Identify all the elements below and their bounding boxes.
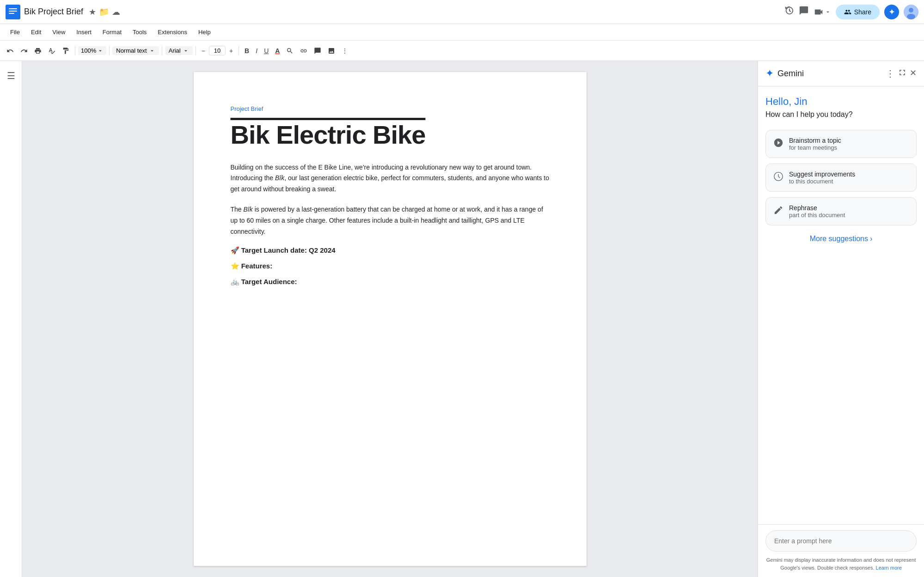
menu-view[interactable]: View <box>48 27 70 37</box>
doc-features: ⭐ Features: <box>231 262 550 270</box>
main-area: ☰ Project Brief Bik Electric Bike Buildi… <box>0 61 924 577</box>
gemini-disclaimer: Gemini may display inaccurate informatio… <box>765 556 917 571</box>
text-color-button[interactable]: A <box>272 45 282 56</box>
meet-icon[interactable] <box>814 7 831 17</box>
font-label: Arial <box>169 47 181 54</box>
doc-audience: 🚲 Target Audience: <box>231 278 550 286</box>
menu-help[interactable]: Help <box>194 27 215 37</box>
redo-button[interactable] <box>18 45 31 56</box>
image-button[interactable] <box>325 45 338 56</box>
zoom-label: 100% <box>81 47 96 54</box>
increase-font-button[interactable]: + <box>226 45 236 56</box>
link-button[interactable] <box>297 45 310 56</box>
menu-edit[interactable]: Edit <box>26 27 46 37</box>
hamburger-icon[interactable]: ☰ <box>3 67 19 85</box>
decrease-font-button[interactable]: − <box>199 45 208 56</box>
gemini-subtitle: How can I help you today? <box>765 110 917 119</box>
highlight-button[interactable] <box>283 45 296 56</box>
divider-4 <box>196 46 196 55</box>
svg-rect-3 <box>9 13 14 14</box>
document-page[interactable]: Project Brief Bik Electric Bike Building… <box>194 72 587 566</box>
gemini-body: Hello, Jin How can I help you today? Bra… <box>758 86 924 524</box>
title-bar: Bik Project Brief ★ 📁 ☁ Share ✦ <box>0 0 924 24</box>
cloud-icon[interactable]: ☁ <box>112 7 120 17</box>
divider-3 <box>162 46 162 55</box>
doc-paragraph-1: Building on the success of the E Bike Li… <box>231 162 550 195</box>
gemini-footer: Gemini may display inaccurate informatio… <box>758 524 924 577</box>
print-button[interactable] <box>31 45 44 56</box>
rephrase-icon <box>773 205 783 218</box>
rephrase-subtitle: part of this document <box>789 212 845 219</box>
style-selector[interactable]: Normal text <box>112 46 159 55</box>
prompt-input[interactable] <box>765 530 917 552</box>
underline-button[interactable]: U <box>261 45 271 56</box>
rephrase-title: Rephrase <box>789 204 845 212</box>
svg-point-6 <box>907 14 915 19</box>
spellcheck-button[interactable] <box>45 45 58 56</box>
menu-format[interactable]: Format <box>98 27 126 37</box>
divider-1 <box>75 46 75 55</box>
menu-tools[interactable]: Tools <box>128 27 151 37</box>
improvements-subtitle: to this document <box>789 178 855 185</box>
suggestion-rephrase[interactable]: Rephrase part of this document <box>765 197 917 225</box>
divider-2 <box>109 46 110 55</box>
svg-point-5 <box>909 8 913 12</box>
avatar[interactable] <box>904 5 918 19</box>
doc-title-text: Bik Electric Bike <box>231 120 426 149</box>
undo-button[interactable] <box>4 45 17 56</box>
more-options-button[interactable]: ⋮ <box>339 45 351 56</box>
comment-button[interactable] <box>311 45 324 56</box>
improvements-title: Suggest improvements <box>789 170 855 178</box>
svg-rect-0 <box>6 5 20 19</box>
menu-insert[interactable]: Insert <box>72 27 96 37</box>
gemini-logo: ✦ <box>765 67 774 79</box>
gemini-menu-icon[interactable]: ⋮ <box>886 68 895 79</box>
doc-launch: 🚀 Target Launch date: Q2 2024 <box>231 246 550 255</box>
menu-extensions[interactable]: Extensions <box>153 27 192 37</box>
suggestion-improvements[interactable]: Suggest improvements to this document <box>765 164 917 192</box>
decrease-font-icon: − <box>202 47 205 55</box>
more-suggestions-label: More suggestions <box>810 235 868 243</box>
doc-title: Bik Electric Bike <box>231 121 550 149</box>
history-icon[interactable] <box>784 6 794 18</box>
sidebar: ☰ <box>0 61 22 577</box>
brainstorm-subtitle: for team meetings <box>789 144 841 151</box>
gemini-button[interactable]: ✦ <box>884 5 899 19</box>
zoom-control[interactable]: 100% <box>78 46 106 55</box>
gemini-panel: ✦ Gemini ⋮ ✕ Hello, Jin How can I help y… <box>758 61 924 577</box>
folder-icon[interactable]: 📁 <box>99 7 109 17</box>
font-size-input[interactable] <box>209 46 226 55</box>
style-label: Normal text <box>116 47 147 54</box>
star-icon[interactable]: ★ <box>89 7 96 17</box>
toolbar: 100% Normal text Arial − + B I U A ⋮ <box>0 41 924 61</box>
document-area: Project Brief Bik Electric Bike Building… <box>22 61 758 577</box>
gemini-header-icons: ⋮ ✕ <box>886 68 917 79</box>
menu-bar: File Edit View Insert Format Tools Exten… <box>0 24 924 41</box>
header-right: Share ✦ <box>784 5 918 19</box>
svg-rect-2 <box>9 11 17 12</box>
divider-5 <box>239 46 239 55</box>
doc-paragraph-2: The Bīk is powered by a last-generation … <box>231 204 550 237</box>
gemini-close-icon[interactable]: ✕ <box>910 68 917 79</box>
share-label: Share <box>854 8 871 16</box>
bold-button[interactable]: B <box>242 45 252 56</box>
comment-icon[interactable] <box>799 6 809 18</box>
paint-format-button[interactable] <box>59 45 72 56</box>
doc-title-icons: ★ 📁 ☁ <box>89 7 120 17</box>
suggestion-brainstorm[interactable]: Brainstorm a topic for team meetings <box>765 130 917 158</box>
learn-more-link[interactable]: Learn more <box>876 565 902 571</box>
brainstorm-icon <box>773 138 783 150</box>
more-suggestions-button[interactable]: More suggestions › <box>765 231 917 247</box>
gemini-title: Gemini <box>777 69 882 79</box>
menu-file[interactable]: File <box>6 27 24 37</box>
gemini-expand-icon[interactable] <box>898 68 907 79</box>
share-button[interactable]: Share <box>836 5 880 19</box>
docs-logo <box>6 5 20 19</box>
brainstorm-title: Brainstorm a topic <box>789 137 841 144</box>
italic-button[interactable]: I <box>253 45 260 56</box>
gemini-header: ✦ Gemini ⋮ ✕ <box>758 61 924 86</box>
font-selector[interactable]: Arial <box>165 46 193 55</box>
increase-font-icon: + <box>229 47 233 55</box>
doc-label: Project Brief <box>231 105 550 112</box>
document-title[interactable]: Bik Project Brief <box>24 7 83 17</box>
